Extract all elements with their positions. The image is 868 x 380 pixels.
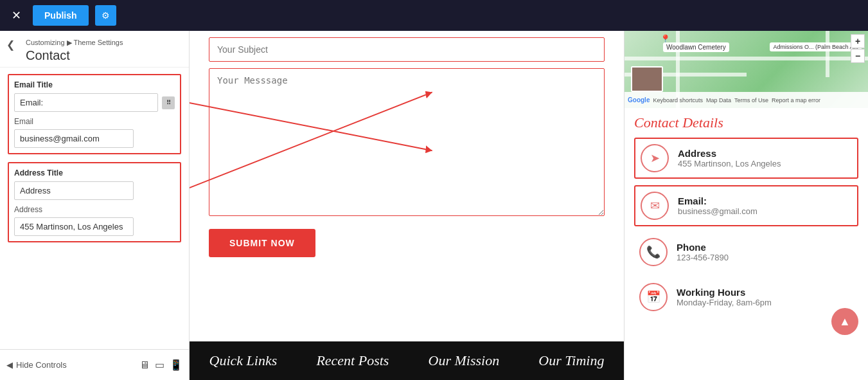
publish-button[interactable]: Publish (33, 5, 89, 26)
subject-input[interactable] (209, 37, 605, 62)
cemetery-label: Woodlawn Cemetery (663, 42, 729, 52)
email-icon-circle: ✉ (641, 192, 669, 220)
content-row: ❮ Customizing ▶ Theme Settings Contact E… (0, 31, 868, 380)
footer-bar: Quick Links Recent Posts Our Mission Our… (190, 341, 624, 380)
map-bottom-bar: Google Keyboard shortcuts Map Data Terms… (624, 92, 868, 108)
sidebar-header: ❮ Customizing ▶ Theme Settings Contact (0, 31, 189, 68)
address-icon-circle: ➤ (641, 144, 669, 172)
contact-item-email: ✉ Email: business@gmail.com (634, 185, 858, 226)
page-wrapper: ❮ Customizing ▶ Theme Settings Contact E… (0, 31, 868, 380)
footer-link-mission[interactable]: Our Mission (429, 352, 500, 369)
email-text-block: Email: business@gmail.com (678, 195, 852, 216)
back-button[interactable]: ❮ (6, 39, 15, 51)
phone-icon: 📞 (646, 245, 660, 259)
map-data-link[interactable]: Map Data (706, 97, 731, 104)
email-title-input-row: ⠿ (14, 93, 175, 112)
address-title-input[interactable] (14, 181, 134, 200)
map-zoom-controls: + − (851, 34, 865, 63)
report-error-link[interactable]: Report a map error (772, 97, 820, 104)
map-area: 📍 Woodlawn Cemetery Admissions O... (Pal… (624, 31, 868, 108)
email-input[interactable] (14, 129, 134, 148)
email-icon: ✉ (650, 199, 660, 213)
address-item-title: Address (678, 148, 852, 159)
breadcrumb-sep: ▶ (65, 39, 74, 46)
contact-details-title: Contact Details (634, 114, 858, 131)
email-title-label: Email Title (14, 80, 175, 89)
phone-item-value: 123-456-7890 (677, 253, 853, 262)
phone-item-title: Phone (677, 242, 853, 253)
phone-text-block: Phone 123-456-7890 (677, 242, 853, 262)
email-item-title: Email: (678, 195, 852, 206)
close-button[interactable]: ✕ (6, 6, 26, 25)
address-text-block: Address 455 Martinson, Los Angeles (678, 148, 852, 168)
terms-link[interactable]: Terms of Use (734, 97, 768, 104)
center-and-footer: SUBMIT NOW (190, 31, 624, 380)
address-item-value: 455 Martinson, Los Angeles (678, 159, 852, 168)
hide-controls-label: Hide Controls (16, 360, 67, 370)
map-background: 📍 Woodlawn Cemetery Admissions O... (Pal… (624, 31, 868, 108)
desktop-view-button[interactable]: 🖥 (139, 359, 150, 371)
center-content: SUBMIT NOW (190, 31, 624, 341)
hours-item-value: Monday-Friday, 8am-6pm (677, 298, 853, 307)
footer-link-timing[interactable]: Our Timing (538, 352, 604, 369)
hide-controls-arrow-icon: ◀ (6, 360, 13, 370)
form-area: SUBMIT NOW (190, 31, 624, 341)
footer-link-quicklinks[interactable]: Quick Links (209, 352, 278, 369)
address-field-group: Address Title Address (8, 162, 181, 242)
address-icon: ➤ (650, 151, 660, 165)
contact-item-phone: 📞 Phone 123-456-7890 (634, 233, 858, 271)
address-input[interactable] (14, 217, 134, 236)
scroll-up-button[interactable]: ▲ (831, 308, 858, 335)
address-sub-label: Address (14, 205, 175, 214)
admissions-label: Admissions O... (Palm Beach A... (770, 42, 862, 51)
drag-handle[interactable]: ⠿ (162, 96, 175, 109)
sidebar-bottom: ◀ Hide Controls 🖥 ▭ 📱 (0, 349, 189, 380)
tablet-view-button[interactable]: ▭ (155, 359, 164, 371)
hours-text-block: Working Hours Monday-Friday, 8am-6pm (677, 287, 853, 307)
google-logo: Google (628, 96, 650, 104)
top-bar: ✕ Publish ⚙ (0, 0, 868, 31)
map-thumbnail (631, 66, 663, 92)
contact-details-section: Contact Details ➤ Address 455 Martinson,… (624, 108, 868, 380)
email-item-value: business@gmail.com (678, 206, 852, 216)
footer-link-recentposts[interactable]: Recent Posts (316, 352, 389, 369)
hide-controls-button[interactable]: ◀ Hide Controls (6, 360, 67, 370)
contact-item-hours: 📅 Working Hours Monday-Friday, 8am-6pm (634, 278, 858, 316)
view-icons: 🖥 ▭ 📱 (139, 359, 182, 371)
email-title-input[interactable] (14, 93, 158, 112)
hours-icon: 📅 (646, 290, 660, 304)
sidebar-content: Email Title ⠿ Email Address Title Addres… (0, 68, 189, 349)
hours-icon-circle: 📅 (639, 283, 668, 311)
right-panel: 📍 Woodlawn Cemetery Admissions O... (Pal… (624, 31, 868, 380)
email-sub-label: Email (14, 117, 175, 126)
breadcrumb-main: Customizing (26, 39, 65, 46)
sidebar-title: Contact (26, 48, 179, 63)
breadcrumb-sub: Theme Settings (73, 39, 123, 46)
phone-icon-circle: 📞 (639, 238, 668, 266)
zoom-in-button[interactable]: + (851, 34, 865, 48)
settings-button[interactable]: ⚙ (95, 5, 116, 26)
breadcrumb: Customizing ▶ Theme Settings (26, 39, 179, 47)
address-title-label: Address Title (14, 168, 175, 177)
contact-item-address: ➤ Address 455 Martinson, Los Angeles (634, 138, 858, 179)
sidebar: ❮ Customizing ▶ Theme Settings Contact E… (0, 31, 190, 380)
zoom-out-button[interactable]: − (851, 49, 865, 63)
hours-item-title: Working Hours (677, 287, 853, 298)
email-title-field-group: Email Title ⠿ Email (8, 74, 181, 154)
submit-button[interactable]: SUBMIT NOW (209, 229, 315, 257)
message-textarea[interactable] (209, 68, 605, 216)
mobile-view-button[interactable]: 📱 (170, 359, 182, 371)
map-links: Keyboard shortcuts Map Data Terms of Use… (653, 97, 820, 104)
keyboard-shortcuts-link[interactable]: Keyboard shortcuts (653, 97, 703, 104)
